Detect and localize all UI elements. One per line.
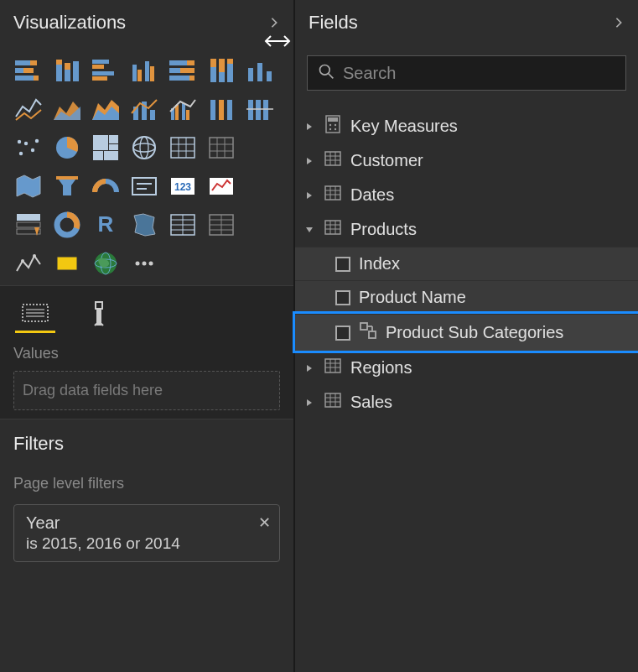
svg-rect-139 [325,221,340,234]
table-key-measures[interactable]: Key Measures [295,109,638,143]
page-level-filters-label: Page level filters [13,475,280,492]
viz-area[interactable] [50,92,84,126]
viz-treemap[interactable] [89,131,122,164]
values-drop-area[interactable]: Drag data fields here [13,371,280,410]
svg-rect-155 [325,393,340,407]
svg-rect-149 [325,359,340,372]
table-icon [324,391,342,414]
checkbox-icon[interactable] [335,290,350,305]
fields-tree: Key Measures Customer Dates Products Ind… [295,102,638,419]
fields-tab[interactable] [15,294,55,333]
viz-matrix-small[interactable] [205,131,238,164]
filter-summary: is 2015, 2016 or 2014 [26,534,251,553]
svg-rect-71 [210,138,233,158]
viz-matrix[interactable] [205,208,238,242]
viz-kpi[interactable]: 123 [166,169,200,203]
field-product-sub-categories[interactable]: Product Sub Categories [295,314,638,351]
table-label: Dates [350,185,394,205]
collapse-fields-icon[interactable] [613,17,625,29]
svg-rect-2 [15,68,23,73]
viz-filled-map[interactable] [12,169,45,203]
svg-rect-14 [92,76,107,81]
svg-point-125 [335,128,336,130]
search-input[interactable] [343,64,615,83]
viz-funnel[interactable] [50,169,84,203]
viz-scatter[interactable] [12,131,45,164]
table-regions[interactable]: Regions [295,351,638,385]
svg-marker-126 [307,158,312,164]
svg-point-100 [21,259,24,263]
checkbox-icon[interactable] [335,326,350,341]
svg-point-107 [136,262,140,266]
table-products[interactable]: Products [295,212,638,247]
svg-point-101 [33,254,36,258]
viz-combo-line-stacked[interactable] [127,92,161,126]
svg-marker-132 [307,192,312,199]
viz-100-stacked-bar[interactable] [166,54,200,87]
search-box[interactable] [307,55,626,91]
svg-point-56 [18,140,21,143]
viz-slicer[interactable] [12,208,45,242]
svg-rect-78 [132,178,156,195]
values-label: Values [13,345,280,362]
svg-rect-33 [267,71,272,81]
field-index[interactable]: Index [295,247,638,280]
calculator-icon [324,115,342,138]
viz-card[interactable] [127,169,161,203]
svg-rect-17 [145,61,149,81]
viz-donut[interactable] [50,208,84,242]
checkbox-icon[interactable] [335,257,350,272]
viz-table-small[interactable] [166,131,200,164]
filter-card-year[interactable]: Year is 2015, 2016 or 2014 ✕ [13,504,280,562]
viz-python[interactable] [50,247,84,280]
viz-column-dual[interactable] [243,54,277,87]
remove-filter-icon[interactable]: ✕ [258,513,271,532]
svg-line-118 [329,74,334,79]
viz-line-sparse[interactable] [12,247,45,280]
viz-ribbon[interactable] [205,92,238,126]
viz-map[interactable] [127,131,161,164]
svg-rect-8 [65,70,70,81]
svg-rect-43 [182,103,185,120]
table-icon [324,218,342,241]
format-tab[interactable] [79,294,119,333]
table-dates[interactable]: Dates [295,178,638,212]
svg-point-117 [320,65,330,76]
viz-combo-line-clustered[interactable] [166,92,200,126]
table-sales[interactable]: Sales [295,385,638,419]
viz-pie[interactable] [50,131,84,164]
viz-clustered-column[interactable] [127,54,161,87]
svg-rect-50 [263,100,268,120]
viz-multi-card[interactable] [205,169,238,203]
field-label: Product Sub Categories [386,323,563,342]
caret-right-icon [303,399,315,407]
svg-rect-5 [34,76,39,81]
search-icon [318,63,335,83]
svg-rect-102 [57,257,77,270]
caret-right-icon [303,122,315,131]
viz-table[interactable] [166,208,200,242]
svg-marker-148 [307,365,312,372]
viz-stacked-bar[interactable] [12,54,45,87]
viz-gauge[interactable] [89,169,122,203]
table-customer[interactable]: Customer [295,143,638,178]
viz-r[interactable]: R [89,208,122,242]
svg-rect-44 [186,110,189,120]
svg-point-65 [140,137,148,159]
viz-stacked-area[interactable] [89,92,122,126]
svg-rect-30 [227,59,233,64]
svg-rect-11 [92,60,109,64]
viz-clustered-bar[interactable] [89,54,122,87]
collapse-viz-icon[interactable] [268,17,280,29]
svg-rect-16 [137,70,142,81]
viz-arcgis[interactable] [89,247,122,280]
viz-more[interactable] [127,247,161,280]
viz-line[interactable] [12,92,45,126]
svg-point-64 [133,143,155,152]
viz-stacked-column[interactable] [50,54,84,87]
viz-waterfall[interactable] [243,92,277,126]
svg-rect-60 [109,144,118,150]
field-product-name[interactable]: Product Name [295,280,638,314]
viz-shape-map[interactable] [127,208,161,242]
viz-100-stacked-column[interactable] [205,54,238,87]
